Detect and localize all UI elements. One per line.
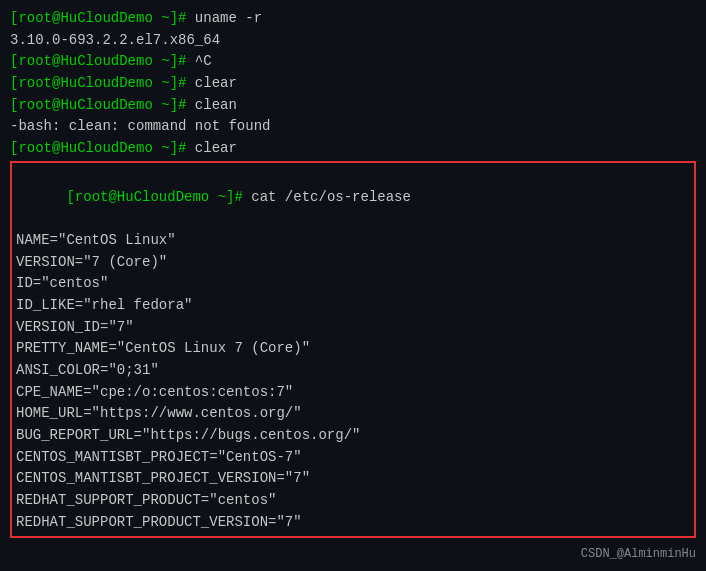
highlighted-line-8: HOME_URL="https://www.centos.org/" — [16, 403, 690, 425]
highlighted-line-4: VERSION_ID="7" — [16, 317, 690, 339]
cmd-4: clean — [195, 97, 237, 113]
highlighted-line-7: CPE_NAME="cpe:/o:centos:centos:7" — [16, 382, 690, 404]
highlighted-line-9: BUG_REPORT_URL="https://bugs.centos.org/… — [16, 425, 690, 447]
output-line-1: 3.10.0-693.2.2.el7.x86_64 — [10, 30, 696, 52]
history-line-1: [root@HuCloudDemo ~]# uname -r — [10, 8, 696, 30]
highlighted-line-3: ID_LIKE="rhel fedora" — [16, 295, 690, 317]
history-line-3: [root@HuCloudDemo ~]# clear — [10, 73, 696, 95]
highlighted-prompt-line: [root@HuCloudDemo ~]# cat /etc/os-releas… — [16, 165, 690, 230]
output-line-2: -bash: clean: command not found — [10, 116, 696, 138]
history-line-4: [root@HuCloudDemo ~]# clean — [10, 95, 696, 117]
watermark: CSDN_@AlminminHu — [581, 547, 696, 561]
cmd-1: uname -r — [195, 10, 262, 26]
history-line-2: [root@HuCloudDemo ~]# ^C — [10, 51, 696, 73]
highlighted-line-14: REDHAT_SUPPORT_PRODUCT_VERSION="7" — [16, 512, 690, 534]
highlighted-line-1: VERSION="7 (Core)" — [16, 252, 690, 274]
highlighted-line-6: ANSI_COLOR="0;31" — [16, 360, 690, 382]
highlighted-line-5: PRETTY_NAME="CentOS Linux 7 (Core)" — [16, 338, 690, 360]
prompt-1: [root@HuCloudDemo ~]# — [10, 10, 195, 26]
cmd-2: ^C — [195, 53, 212, 69]
highlighted-line-0: NAME="CentOS Linux" — [16, 230, 690, 252]
highlighted-line-12: CENTOS_MANTISBT_PROJECT_VERSION="7" — [16, 468, 690, 490]
highlighted-line-2: ID="centos" — [16, 273, 690, 295]
highlighted-output-block: [root@HuCloudDemo ~]# cat /etc/os-releas… — [10, 161, 696, 538]
highlighted-line-13: REDHAT_SUPPORT_PRODUCT="centos" — [16, 490, 690, 512]
terminal-window[interactable]: [root@HuCloudDemo ~]# uname -r 3.10.0-69… — [0, 0, 706, 571]
history-line-5: [root@HuCloudDemo ~]# clear — [10, 138, 696, 160]
highlighted-command: cat /etc/os-release — [251, 189, 411, 205]
highlighted-line-11: CENTOS_MANTISBT_PROJECT="CentOS-7" — [16, 447, 690, 469]
cmd-5: clear — [195, 140, 237, 156]
prompt-3: [root@HuCloudDemo ~]# — [10, 75, 195, 91]
prompt-5: [root@HuCloudDemo ~]# — [10, 140, 195, 156]
cmd-3: clear — [195, 75, 237, 91]
highlighted-output-lines: NAME="CentOS Linux"VERSION="7 (Core)"ID=… — [16, 230, 690, 534]
prompt-2: [root@HuCloudDemo ~]# — [10, 53, 195, 69]
highlighted-prompt: [root@HuCloudDemo ~]# — [66, 189, 251, 205]
prompt-4: [root@HuCloudDemo ~]# — [10, 97, 195, 113]
